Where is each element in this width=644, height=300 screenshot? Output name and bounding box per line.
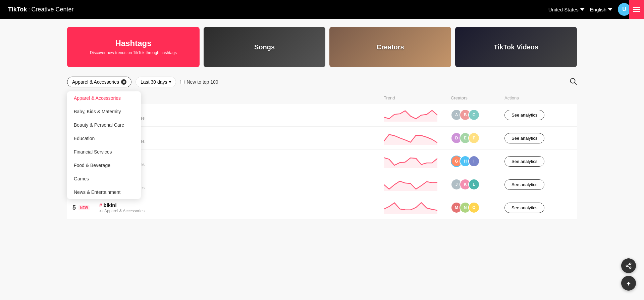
hashtags-card-title: Hashtags <box>115 39 151 48</box>
chevron-down-icon <box>580 7 585 12</box>
category-filter-close[interactable]: ✕ <box>121 79 126 85</box>
tag-icon: 🏷 <box>99 209 103 213</box>
col-trend: Trend <box>384 95 451 100</box>
hashtag-category: 🏷 Apparel & Accessories <box>99 116 384 121</box>
region-dropdown[interactable]: United States <box>548 7 585 12</box>
hashtags-card[interactable]: Hashtags Discover new trends on TikTok t… <box>67 27 200 67</box>
see-analytics-button[interactable]: See analytics <box>504 133 544 143</box>
table-row: 1 # fashion 🏷 Apparel & Accessories ABCS… <box>67 103 577 127</box>
svg-point-2 <box>630 263 631 265</box>
svg-point-0 <box>571 78 575 83</box>
avatar-button[interactable]: U <box>618 3 631 16</box>
dropdown-item-news[interactable]: News & Entertainment <box>67 185 141 199</box>
songs-card[interactable]: Songs <box>204 27 325 67</box>
rank-cell: 5NEW <box>72 204 99 211</box>
col-creators: Creators <box>451 95 504 100</box>
chevron-down-icon <box>608 7 612 12</box>
new-badge: NEW <box>78 205 90 210</box>
svg-line-5 <box>628 266 630 267</box>
header: TikTok : Creative Center United States E… <box>0 0 644 19</box>
creators-card-label: Creators <box>376 43 404 51</box>
creators-card[interactable]: Creators <box>329 27 451 67</box>
logo[interactable]: TikTok : Creative Center <box>8 6 73 13</box>
hash-symbol: # <box>99 202 104 208</box>
hashtag-category: 🏷 Apparel & Accessories <box>99 209 384 213</box>
trend-sparkline <box>384 108 437 122</box>
hashtag-category: 🏷 Apparel & Accessories <box>99 139 384 144</box>
category-cards: Hashtags Discover new trends on TikTok t… <box>67 27 577 67</box>
dropdown-item-education[interactable]: Education <box>67 132 141 145</box>
avatar-group: GHI <box>451 156 480 167</box>
dropdown-item-games[interactable]: Games <box>67 172 141 185</box>
col-hashtag: Hashtag <box>99 95 384 100</box>
trend-cell <box>384 131 451 145</box>
svg-line-6 <box>628 264 630 265</box>
hashtag-cell: # accessories 🏷 Apparel & Accessories <box>99 156 384 167</box>
logo-cc: Creative Center <box>31 6 73 13</box>
category-dropdown-menu: Apparel & Accessories Baby, Kids & Mater… <box>67 91 141 199</box>
share-button[interactable] <box>621 258 636 273</box>
hashtags-card-desc: Discover new trends on TikTok through ha… <box>90 50 177 56</box>
creators-cell: DEF <box>451 132 504 144</box>
rank-number: 5 <box>72 204 76 211</box>
table-header: Hashtag Trend Creators Actions <box>67 93 577 103</box>
scroll-to-top-button[interactable] <box>621 276 636 291</box>
hashtag-category: 🏷 Apparel & Accessories <box>99 185 384 190</box>
chevron-up-icon <box>625 280 632 287</box>
hashtag-cell: # bikini 🏷 Apparel & Accessories <box>99 202 384 213</box>
dropdown-item-financial[interactable]: Financial Services <box>67 145 141 159</box>
svg-point-4 <box>630 267 631 268</box>
trend-sparkline <box>384 201 437 214</box>
creators-cell: JKL <box>451 179 504 190</box>
table-body: 1 # fashion 🏷 Apparel & Accessories ABCS… <box>67 103 577 219</box>
hashtag-name[interactable]: # accessories <box>99 156 384 162</box>
see-analytics-button[interactable]: See analytics <box>504 110 544 120</box>
actions-cell: See analytics <box>504 133 572 143</box>
language-dropdown[interactable]: English <box>590 7 612 12</box>
time-filter[interactable]: Last 30 days ▾ <box>136 77 176 87</box>
hashtag-name[interactable]: # clothes <box>99 133 384 138</box>
actions-cell: See analytics <box>504 156 572 167</box>
trend-cell <box>384 201 451 214</box>
avatar: F <box>468 132 480 144</box>
trend-cell <box>384 178 451 191</box>
logo-separator: : <box>28 6 30 13</box>
new-to-top-100-filter[interactable]: New to top 100 <box>180 79 218 85</box>
see-analytics-button[interactable]: See analytics <box>504 179 544 190</box>
filters-bar: Apparel & Accessories ✕ Last 30 days ▾ N… <box>67 77 577 87</box>
search-icon <box>570 78 577 85</box>
dropdown-item-beauty[interactable]: Beauty & Personal Care <box>67 118 141 132</box>
hamburger-icon <box>633 9 640 10</box>
share-icon <box>625 262 632 269</box>
dropdown-item-food[interactable]: Food & Beverage <box>67 159 141 172</box>
new-top-100-checkbox[interactable] <box>180 80 184 84</box>
avatar-group: ABC <box>451 109 480 121</box>
language-label: English <box>590 7 606 12</box>
hashtag-cell: # clothes 🏷 Apparel & Accessories <box>99 133 384 144</box>
hashtag-name[interactable]: # amazonfinds <box>99 179 384 185</box>
tiktok-videos-card-label: TikTok Videos <box>494 43 538 51</box>
header-right: United States English U <box>548 3 636 16</box>
avatar: I <box>468 156 480 167</box>
hashtag-name[interactable]: # bikini <box>99 202 384 208</box>
search-button[interactable] <box>570 78 577 87</box>
actions-cell: See analytics <box>504 110 572 120</box>
hashtag-category: 🏷 Apparel & Accessories <box>99 162 384 167</box>
hamburger-menu-button[interactable] <box>629 0 644 19</box>
see-analytics-button[interactable]: See analytics <box>504 156 544 167</box>
main-content: Hashtags Discover new trends on TikTok t… <box>0 19 644 227</box>
logo-tiktok: TikTok <box>8 6 27 13</box>
dropdown-item-apparel[interactable]: Apparel & Accessories <box>67 91 141 105</box>
tiktok-videos-card[interactable]: TikTok Videos <box>455 27 577 67</box>
songs-card-label: Songs <box>254 43 275 51</box>
see-analytics-button[interactable]: See analytics <box>504 203 544 213</box>
category-filter[interactable]: Apparel & Accessories ✕ <box>67 77 131 87</box>
avatar: L <box>468 179 480 190</box>
creators-cell: GHI <box>451 156 504 167</box>
table-row: 3 # accessories 🏷 Apparel & Accessories … <box>67 150 577 173</box>
hashtag-name[interactable]: # fashion <box>99 110 384 115</box>
col-actions: Actions <box>504 95 572 100</box>
avatar: C <box>468 109 480 121</box>
dropdown-item-baby[interactable]: Baby, Kids & Maternity <box>67 105 141 118</box>
creators-cell: ABC <box>451 109 504 121</box>
